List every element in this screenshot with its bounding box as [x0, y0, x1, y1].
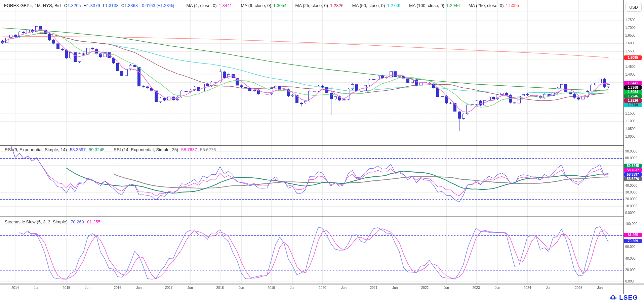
- rsi-axis-badge: 58.3597: [624, 172, 642, 177]
- price-axis-badge: 1.3441: [624, 81, 642, 85]
- ma-legend-item[interactable]: MA (25, close, 0)1.2826: [295, 3, 344, 8]
- instrument-legend[interactable]: FOREX GBP=, 1M, NYS, Bid: [4, 3, 61, 8]
- ma-legend-item[interactable]: MA (100, close, 0)1.2946: [409, 3, 460, 8]
- stoch-legend-title: Stochastic Slow (5, 3, 3, Simple): [5, 219, 68, 224]
- stoch-axis-tick: 40.000: [625, 257, 636, 260]
- stoch-axis-tick: 0.000: [625, 279, 634, 283]
- price-axis-tick: 1.4000: [625, 73, 636, 76]
- rsi-axis-tick: 10.0000: [625, 204, 637, 208]
- price-axis-badge: 1.2946: [624, 94, 642, 98]
- ma-legend-value: 1.2826: [330, 3, 344, 8]
- price-axis-tick: 1.1500: [625, 112, 636, 115]
- rsi-axis-tick: 20.0000: [625, 197, 637, 201]
- ohlc-values: O1.3205H1.3379L1.3138C1.33680.0163 (+1.2…: [64, 3, 174, 8]
- price-axis-tick: 1.0000: [625, 135, 636, 138]
- time-axis-label: Jun: [541, 286, 556, 290]
- price-axis-tick: 1.0500: [625, 127, 636, 131]
- stoch-axis-badge: 70.269: [624, 239, 642, 243]
- stoch-d-value: 81.255: [87, 219, 100, 224]
- time-axis-label: 2020: [315, 286, 330, 290]
- ma-legend-value: 1.3441: [219, 3, 232, 8]
- ohlc-item: L1.3138: [103, 3, 119, 8]
- rsi-axis-tick: 80.0000: [625, 156, 637, 160]
- rsi-indicator-legend[interactable]: RSI (9, Exponential, Simple, 14)58.35975…: [5, 147, 219, 152]
- ma-legend-label: MA (250, close, 0): [469, 3, 504, 8]
- rsi9-signal-value: 59.3245: [89, 147, 105, 152]
- price-axis-badge: 1.3054: [624, 90, 642, 94]
- lseg-crest-icon: [609, 294, 617, 302]
- stoch-axis-badge: 81.255: [624, 233, 642, 237]
- rsi-axis-badge: 55.6276: [624, 177, 642, 181]
- rsi-axis-badge: 58.7637: [624, 168, 642, 172]
- ohlc-value: 1.3379: [87, 3, 100, 8]
- rsi-axis-tick: 90.0000: [625, 149, 637, 153]
- time-axis-label: Jun: [183, 286, 198, 290]
- ma-legend-value: 1.2946: [446, 3, 460, 8]
- price-axis-badge: 1.5095: [624, 55, 642, 60]
- time-axis-label: Jun: [234, 286, 249, 290]
- price-axis-badge: 1.3368: [624, 85, 642, 90]
- ma-legend-value: 1.3054: [273, 3, 287, 8]
- ma-legend-value: 1.5095: [506, 3, 519, 8]
- rsi14-signal-value: 55.6276: [200, 147, 216, 152]
- time-axis-label: 2023: [469, 286, 484, 290]
- time-axis-label: 2015: [59, 286, 74, 290]
- time-axis-label: 2014: [8, 286, 23, 290]
- change-value: 0.0163 (+1.23%): [142, 3, 174, 8]
- price-axis-badge: 1.2826: [624, 98, 642, 103]
- rsi-axis-badge: 59.3245: [624, 164, 642, 168]
- chart-legend-bar: FOREX GBP=, 1M, NYS, Bid O1.3205H1.3379L…: [0, 0, 623, 11]
- time-axis-label: 2022: [417, 286, 432, 290]
- chart-application: FOREX GBP=, 1M, NYS, Bid O1.3205H1.3379L…: [0, 0, 644, 304]
- ohlc-item: O1.3205: [64, 3, 81, 8]
- rsi14-value: 58.7637: [181, 147, 197, 152]
- ma-legend-item[interactable]: MA (9, close, 0)1.3054: [241, 3, 286, 8]
- ohlc-key: H: [84, 3, 87, 8]
- price-axis-tick: 1.1000: [625, 119, 636, 123]
- time-axis-label: Jun: [80, 286, 95, 290]
- ohlc-item: H1.3379: [84, 3, 100, 8]
- price-axis-tick: 1.5500: [625, 49, 636, 53]
- rsi9-value: 58.3597: [70, 147, 86, 152]
- rsi-axis-tick: 30.0000: [625, 190, 637, 194]
- rsi-axis-tick: 40.0000: [625, 184, 637, 187]
- time-axis-label: Jun: [439, 286, 454, 290]
- time-axis-label: Jun: [388, 286, 402, 290]
- ma-legend-item[interactable]: MA (250, close, 0)1.5095: [469, 3, 519, 8]
- ma-legend-label: MA (50, close, 0): [352, 3, 385, 8]
- price-axis-tick: 1.7000: [625, 26, 636, 30]
- price-axis-currency-button[interactable]: USD: [626, 3, 642, 12]
- time-axis-label: 2016: [110, 286, 125, 290]
- stochastic-indicator-legend[interactable]: Stochastic Slow (5, 3, 3, Simple)70.2698…: [5, 219, 104, 224]
- time-axis-label: 2018: [213, 286, 228, 290]
- time-axis-label: Jun: [29, 286, 44, 290]
- ohlc-key: C: [121, 3, 124, 8]
- ohlc-value: 1.3138: [105, 3, 119, 8]
- ohlc-key: O: [64, 3, 68, 8]
- time-axis-label: 2025: [571, 286, 586, 290]
- time-axis-label: Jun: [490, 286, 505, 290]
- ma-legend-label: MA (25, close, 0): [295, 3, 328, 8]
- lseg-logo-text: LSEG: [619, 294, 638, 301]
- time-axis-label: Jun: [131, 286, 146, 290]
- ma-legend-value: 1.2749: [387, 3, 400, 8]
- price-axis-tick: 1.6000: [625, 41, 636, 45]
- ma-legend-item[interactable]: MA (50, close, 0)1.2749: [352, 3, 400, 8]
- ohlc-item: C1.3368: [121, 3, 138, 8]
- rsi-axis-tick: 0.0000: [625, 211, 636, 215]
- time-axis-label: Jun: [336, 286, 351, 290]
- ma-legend-label: MA (4, close, 0): [186, 3, 216, 8]
- price-axis-tick: 1.6500: [625, 34, 636, 37]
- stoch-axis-tick: 20.000: [625, 268, 636, 272]
- ma-legend-label: MA (9, close, 0): [241, 3, 271, 8]
- price-axis-badge: 1.2749: [624, 103, 642, 107]
- ohlc-value: 1.3205: [68, 3, 81, 8]
- time-axis-label: Jun: [593, 286, 607, 290]
- rsi-legend-title: RSI (9, Exponential, Simple, 14): [5, 147, 67, 152]
- ma-legend-group: MA (4, close, 0)1.3441MA (9, close, 0)1.…: [177, 3, 519, 8]
- time-axis-label: 2017: [161, 286, 176, 290]
- stoch-axis-tick: 100.000: [625, 222, 637, 226]
- ma-legend-item[interactable]: MA (4, close, 0)1.3441: [186, 3, 232, 8]
- time-axis-label: 2021: [366, 286, 381, 290]
- time-axis-label: 2024: [520, 286, 535, 290]
